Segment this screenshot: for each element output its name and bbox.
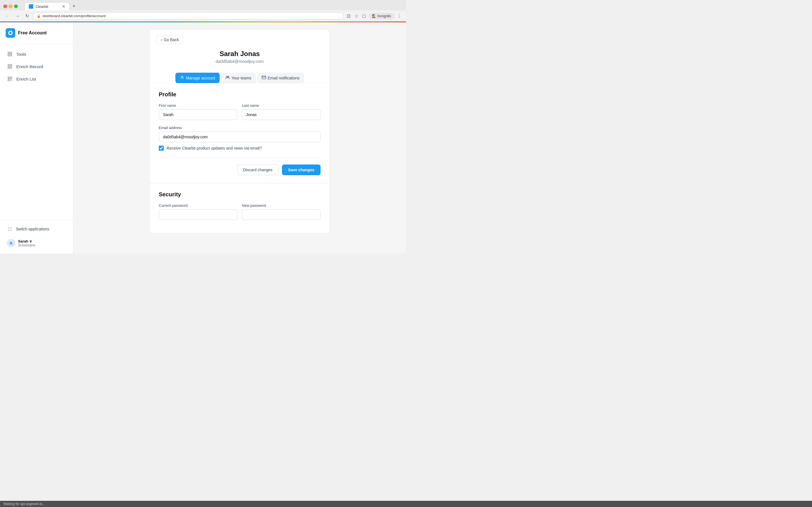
card-body: Profile First name Last name Email addre… [150, 83, 329, 183]
svg-rect-2 [8, 52, 9, 54]
svg-point-14 [8, 227, 9, 228]
incognito-badge: 🕵 Incognito [369, 13, 394, 19]
new-password-input[interactable] [242, 209, 320, 220]
user-profile-section: Sarah Jonas da0d5ab4@moodjoy.com [156, 50, 323, 73]
sidebar-item-enrich-list[interactable]: Enrich List [3, 73, 70, 85]
brand-name: Free Account [18, 31, 47, 36]
main-content: ‹ Go Back Sarah Jonas da0d5ab4@moodjoy.c… [73, 22, 406, 253]
newsletter-checkbox[interactable] [159, 146, 164, 151]
svg-point-19 [11, 229, 11, 229]
first-name-group: First name [159, 103, 238, 120]
first-name-label: First name [159, 103, 238, 108]
email-input[interactable] [159, 131, 320, 142]
discard-label: Discard changes [243, 168, 272, 172]
profile-card: ‹ Go Back Sarah Jonas da0d5ab4@moodjoy.c… [149, 29, 330, 234]
card-header: ‹ Go Back Sarah Jonas da0d5ab4@moodjoy.c… [150, 30, 329, 83]
forward-button[interactable]: → [13, 13, 21, 19]
user-profile-button[interactable]: S Sarah ∨ Screenlane [3, 236, 70, 250]
back-button[interactable]: ← [3, 13, 11, 19]
profile-icon[interactable]: ◻ [361, 12, 367, 20]
save-changes-button[interactable]: Save changes [282, 165, 320, 175]
security-section-title: Security [159, 191, 320, 198]
browser-nav-icons: ⊡ ☆ ◻ 🕵 Incognito ⋮ [346, 12, 403, 20]
svg-point-24 [226, 76, 227, 77]
email-group: Email address [159, 126, 320, 142]
email-notifications-label: Email notifications [268, 76, 300, 80]
current-password-group: Current password [159, 203, 238, 220]
svg-point-16 [11, 227, 11, 228]
last-name-input[interactable] [242, 109, 320, 120]
incognito-label: Incognito [377, 14, 391, 18]
new-tab-button[interactable]: + [70, 2, 79, 10]
current-password-input[interactable] [159, 209, 238, 220]
tab-email-notifications[interactable]: Email notifications [257, 73, 304, 83]
svg-point-23 [181, 76, 183, 77]
svg-rect-13 [10, 79, 12, 81]
svg-point-17 [8, 229, 9, 229]
back-arrow-icon: ‹ [161, 38, 162, 42]
svg-point-20 [8, 230, 9, 231]
browser-nav-row: ← → ↻ 🔒 dashboard.clearbit.com/profile/a… [0, 10, 406, 21]
svg-point-18 [10, 229, 10, 229]
switch-applications-label: Switch applications [16, 227, 49, 231]
tools-icon [7, 51, 13, 57]
close-window-button[interactable] [3, 4, 7, 8]
lock-icon: 🔒 [37, 14, 41, 18]
profile-section-title: Profile [159, 91, 320, 98]
minimize-window-button[interactable] [9, 4, 12, 8]
save-label: Save changes [288, 168, 314, 172]
svg-point-25 [228, 76, 229, 77]
tab-manage-account[interactable]: Manage account [175, 73, 220, 83]
svg-point-22 [11, 230, 11, 231]
new-password-group: New password [242, 203, 320, 220]
user-email-display: da0d5ab4@moodjoy.com [163, 59, 316, 64]
enrich-list-icon [7, 76, 13, 82]
sidebar-item-enrich-record[interactable]: Enrich Record [3, 61, 70, 72]
your-teams-label: Your teams [232, 76, 251, 80]
sidebar-item-label: Tools [16, 52, 26, 57]
go-back-label: Go Back [164, 38, 179, 42]
app-layout: Free Account Tools [0, 22, 406, 253]
browser-tab-clearbit[interactable]: Clearbit ✕ [24, 2, 70, 10]
svg-rect-5 [10, 55, 12, 56]
svg-rect-12 [8, 79, 9, 81]
svg-rect-11 [10, 77, 12, 78]
sidebar-nav: Tools Enrich Record [0, 44, 73, 219]
tab-navigation: Manage account Your teams [156, 73, 323, 83]
tab-close-button[interactable]: ✕ [62, 4, 65, 9]
new-password-label: New password [242, 203, 320, 208]
switch-apps-icon [7, 226, 13, 232]
maximize-window-button[interactable] [14, 4, 18, 8]
switch-applications-button[interactable]: Switch applications [3, 223, 70, 235]
user-org: Screenlane [18, 243, 35, 247]
sidebar-item-label: Enrich List [16, 76, 36, 81]
svg-rect-8 [8, 67, 9, 68]
svg-rect-10 [8, 77, 9, 78]
bookmark-icon[interactable]: ☆ [353, 12, 359, 20]
enrich-record-icon [7, 63, 13, 69]
reload-button[interactable]: ↻ [24, 13, 31, 19]
notifications-icon [262, 75, 266, 80]
tab-your-teams[interactable]: Your teams [221, 73, 256, 83]
address-url: dashboard.clearbit.com/profile/account [43, 14, 105, 18]
svg-point-21 [10, 230, 10, 231]
action-row: Discard changes Save changes [159, 165, 320, 175]
svg-rect-6 [8, 64, 9, 66]
email-label: Email address [159, 126, 320, 130]
sidebar-item-tools[interactable]: Tools [3, 48, 70, 60]
first-name-input[interactable] [159, 109, 238, 120]
sidebar-brand: Free Account [0, 22, 73, 44]
more-options-icon[interactable]: ⋮ [396, 12, 403, 20]
newsletter-row: Receive Clearbit product updates and new… [159, 146, 320, 151]
sidebar-bottom: Switch applications S Sarah ∨ Screenlane [0, 219, 73, 253]
address-bar[interactable]: 🔒 dashboard.clearbit.com/profile/account [33, 12, 343, 19]
user-info: Sarah ∨ Screenlane [18, 239, 35, 247]
incognito-icon: 🕵 [372, 14, 376, 18]
screen-mirror-icon[interactable]: ⊡ [346, 12, 352, 20]
avatar: S [7, 239, 15, 247]
discard-changes-button[interactable]: Discard changes [237, 165, 278, 175]
current-password-label: Current password [159, 203, 238, 208]
go-back-button[interactable]: ‹ Go Back [156, 35, 183, 44]
rainbow-bar [0, 21, 406, 22]
sidebar-item-label: Enrich Record [16, 64, 43, 69]
